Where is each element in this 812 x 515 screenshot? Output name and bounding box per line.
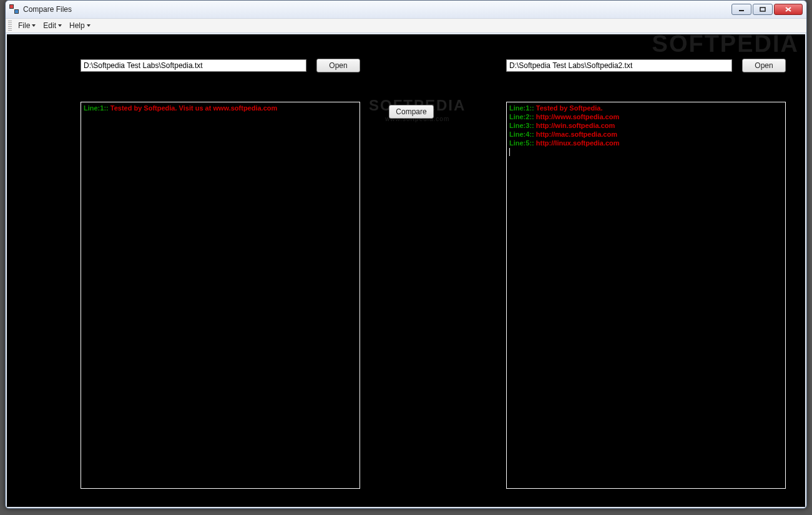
- caret-line: [509, 147, 783, 156]
- text-caret-icon: [509, 148, 510, 156]
- right-diff-pane[interactable]: Line:1:: Tested by Softpedia.Line:2:: ht…: [506, 102, 786, 489]
- close-button[interactable]: [774, 4, 803, 15]
- minimize-icon: [738, 7, 745, 12]
- menubar-grip-icon: [8, 21, 12, 31]
- line-text: Tested by Softpedia.: [536, 104, 603, 112]
- window-controls: [731, 4, 803, 15]
- menu-label: Help: [69, 21, 85, 30]
- left-diff-pane[interactable]: Line:1:: Tested by Softpedia. Visit us a…: [81, 102, 360, 489]
- menu-help[interactable]: Help: [66, 19, 94, 32]
- line-text: Tested by Softpedia. Visit us at www.sof…: [110, 104, 278, 112]
- menubar: File Edit Help: [6, 18, 806, 33]
- diff-line: Line:2:: http://www.softpedia.com: [509, 112, 783, 121]
- button-label: Open: [329, 61, 347, 70]
- left-file-path-input[interactable]: [81, 59, 306, 72]
- menu-label: Edit: [43, 21, 56, 30]
- app-window: Compare Files File Edit Help: [5, 0, 807, 509]
- chevron-down-icon: [87, 24, 90, 27]
- line-text: http://mac.softpedia.com: [536, 130, 617, 138]
- svg-rect-1: [760, 7, 765, 11]
- diff-line: Line:5:: http://linux.softpedia.com: [509, 139, 783, 147]
- window-title: Compare Files: [23, 5, 72, 14]
- compare-button[interactable]: Compare: [389, 105, 434, 119]
- chevron-down-icon: [58, 24, 62, 27]
- maximize-icon: [760, 7, 766, 12]
- menu-edit[interactable]: Edit: [39, 19, 66, 32]
- diff-line: Line:1:: Tested by Softpedia. Visit us a…: [84, 104, 357, 112]
- button-label: Open: [755, 61, 773, 70]
- line-prefix: Line:4::: [509, 130, 536, 138]
- line-prefix: Line:1::: [509, 104, 536, 112]
- titlebar[interactable]: Compare Files: [6, 1, 806, 18]
- line-prefix: Line:5::: [509, 139, 536, 147]
- button-label: Compare: [396, 107, 426, 116]
- line-prefix: Line:1::: [84, 104, 110, 112]
- app-icon: [9, 4, 19, 14]
- minimize-button[interactable]: [731, 4, 751, 15]
- diff-line: Line:1:: Tested by Softpedia.: [509, 104, 783, 112]
- diff-line: Line:3:: http://win.softpedia.com: [509, 121, 783, 130]
- line-prefix: Line:3::: [509, 122, 536, 129]
- line-prefix: Line:2::: [509, 113, 536, 120]
- right-open-button[interactable]: Open: [742, 59, 786, 72]
- left-open-button[interactable]: Open: [316, 59, 360, 72]
- maximize-button[interactable]: [753, 4, 773, 15]
- right-file-path-input[interactable]: [506, 59, 732, 72]
- menu-file[interactable]: File: [14, 19, 39, 32]
- menu-label: File: [18, 21, 30, 30]
- line-text: http://linux.softpedia.com: [536, 139, 620, 147]
- close-icon: [785, 6, 792, 12]
- line-text: http://www.softpedia.com: [536, 113, 619, 120]
- client-area: SOFTPEDIA Open Open SOFTPEDIA www.softpe…: [7, 34, 805, 507]
- diff-line: Line:4:: http://mac.softpedia.com: [509, 130, 783, 139]
- line-text: http://win.softpedia.com: [536, 122, 615, 129]
- chevron-down-icon: [32, 24, 36, 27]
- watermark-corner: SOFTPEDIA: [652, 34, 799, 57]
